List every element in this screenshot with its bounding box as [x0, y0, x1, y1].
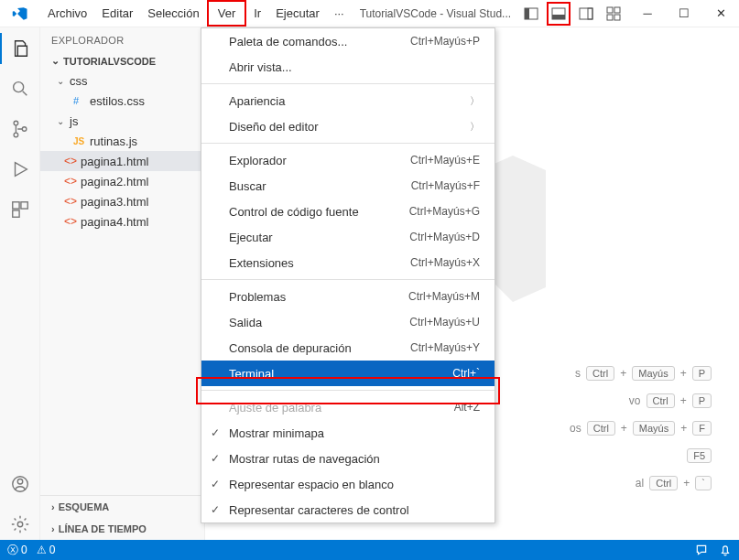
status-errors[interactable]: ⓧ0: [7, 543, 27, 558]
menu-item-espacio[interactable]: ✓Representar espacio en blanco: [201, 471, 494, 497]
svg-rect-7: [614, 7, 620, 13]
activity-settings-icon[interactable]: [0, 509, 40, 540]
hint-5: alCtrl+`: [570, 476, 712, 490]
menu-item-buscar[interactable]: BuscarCtrl+Mayús+F: [201, 173, 494, 199]
menu-item-caracteres[interactable]: ✓Representar caracteres de control: [201, 497, 494, 522]
activity-search-icon[interactable]: [0, 73, 40, 104]
file-estilos-css[interactable]: #estilos.css: [40, 91, 204, 111]
window-controls: ─ ☐ ✕: [629, 0, 739, 27]
status-bell-icon[interactable]: [719, 544, 732, 556]
file-label: pagina4.html: [81, 215, 148, 229]
maximize-button[interactable]: ☐: [666, 0, 702, 27]
file-label: rutinas.js: [90, 135, 137, 148]
menu-item-ajuste-palabra[interactable]: Ajuste de palabraAlt+Z: [201, 394, 494, 420]
folder-label: js: [70, 114, 78, 128]
file-rutinas-js[interactable]: JSrutinas.js: [40, 131, 204, 151]
activity-extensions-icon[interactable]: [0, 194, 40, 225]
folder-css[interactable]: ⌄css: [40, 70, 204, 91]
sidebar-bottom: ›ESQUEMA ›LÍNEA DE TIEMPO: [40, 495, 204, 540]
menu-item-control-codigo[interactable]: Control de código fuenteCtrl+Mayús+G: [201, 199, 494, 224]
svg-point-10: [13, 82, 23, 92]
menu-item-terminal[interactable]: TerminalCtrl+`: [201, 361, 494, 386]
layout-sidebar-left-icon[interactable]: [519, 2, 543, 26]
ver-dropdown-menu: Paleta de comandos...Ctrl+Mayús+P Abrir …: [201, 27, 495, 523]
menu-item-minimapa[interactable]: ✓Mostrar minimapa: [201, 420, 494, 446]
menu-item-ejecutar[interactable]: EjecutarCtrl+Mayús+D: [201, 224, 494, 250]
window-title: TutorialVSCode - Visual Stud...: [352, 7, 519, 20]
svg-rect-8: [607, 15, 613, 20]
menu-bar: Archivo Editar Selección Ver Ir Ejecutar…: [40, 0, 352, 27]
svg-line-11: [22, 92, 27, 96]
menu-item-paleta[interactable]: Paleta de comandos...Ctrl+Mayús+P: [201, 28, 494, 54]
menu-seleccion[interactable]: Selección: [140, 0, 206, 27]
layout-sidebar-right-icon[interactable]: [574, 2, 598, 26]
menu-ver[interactable]: Ver: [207, 0, 247, 27]
outline-section[interactable]: ›ESQUEMA: [40, 496, 204, 518]
activity-explorer-icon[interactable]: [0, 33, 40, 64]
menu-item-apariencia[interactable]: Apariencia〉: [201, 88, 494, 113]
svg-point-20: [17, 522, 23, 527]
svg-rect-9: [614, 15, 620, 20]
svg-rect-5: [588, 8, 592, 19]
menu-item-problemas[interactable]: ProblemasCtrl+Mayús+M: [201, 284, 494, 309]
explorer-sidebar: EXPLORADOR ⌄TUTORIALVSCODE ⌄css #estilos…: [40, 27, 205, 540]
file-label: pagina1.html: [81, 155, 148, 168]
menu-item-extensiones[interactable]: ExtensionesCtrl+Mayús+X: [201, 250, 494, 275]
file-pagina1-html[interactable]: <>pagina1.html: [40, 151, 204, 171]
hint-3: osCtrl+Mayús+F: [570, 421, 712, 436]
svg-point-12: [14, 121, 18, 125]
hint-1: sCtrl+Mayús+P: [570, 366, 712, 381]
svg-rect-6: [607, 7, 613, 13]
svg-point-13: [14, 133, 18, 137]
file-pagina2-html[interactable]: <>pagina2.html: [40, 171, 204, 191]
menu-item-consola[interactable]: Consola de depuraciónCtrl+Mayús+Y: [201, 335, 494, 361]
customize-layout-icon[interactable]: [602, 2, 625, 26]
menu-item-salida[interactable]: SalidaCtrl+Mayús+U: [201, 309, 494, 335]
menu-ir[interactable]: Ir: [246, 0, 268, 27]
file-pagina4-html[interactable]: <>pagina4.html: [40, 211, 204, 232]
menu-item-explorador[interactable]: ExploradorCtrl+Mayús+E: [201, 147, 494, 173]
file-label: estilos.css: [90, 94, 145, 108]
explorer-title: EXPLORADOR: [40, 27, 204, 51]
menu-item-rutas[interactable]: ✓Mostrar rutas de navegación: [201, 446, 494, 471]
status-bar: ⓧ0 ⚠0: [0, 540, 739, 560]
file-label: pagina3.html: [81, 195, 148, 209]
svg-point-14: [22, 127, 27, 132]
project-name: TUTORIALVSCODE: [63, 56, 156, 67]
activity-source-control-icon[interactable]: [0, 113, 40, 145]
status-warnings[interactable]: ⚠0: [37, 544, 56, 556]
activity-bar: [0, 27, 40, 540]
menu-item-diseno[interactable]: Diseño del editor〉: [201, 113, 494, 139]
menu-ejecutar[interactable]: Ejecutar: [268, 0, 327, 27]
activity-account-icon[interactable]: [0, 468, 40, 500]
file-label: pagina2.html: [81, 175, 148, 188]
hint-4: F5: [570, 448, 712, 463]
file-pagina3-html[interactable]: <>pagina3.html: [40, 191, 204, 211]
activity-run-icon[interactable]: [0, 154, 40, 185]
title-bar: Archivo Editar Selección Ver Ir Ejecutar…: [0, 0, 739, 27]
folder-label: css: [70, 74, 88, 88]
timeline-section[interactable]: ›LÍNEA DE TIEMPO: [40, 518, 204, 540]
project-header[interactable]: ⌄TUTORIALVSCODE: [40, 51, 204, 70]
section-label: LÍNEA DE TIEMPO: [59, 523, 147, 534]
menu-item-abrir-vista[interactable]: Abrir vista...: [201, 54, 494, 80]
layout-controls: [519, 2, 629, 26]
svg-point-19: [17, 479, 23, 485]
menu-editar[interactable]: Editar: [94, 0, 140, 27]
error-icon: ⓧ: [7, 543, 18, 558]
minimize-button[interactable]: ─: [629, 0, 666, 27]
close-button[interactable]: ✕: [702, 0, 739, 27]
svg-rect-16: [20, 202, 27, 209]
svg-rect-15: [12, 202, 18, 209]
layout-panel-bottom-icon[interactable]: [547, 2, 571, 26]
welcome-hints: sCtrl+Mayús+P voCtrl+P osCtrl+Mayús+F F5…: [570, 366, 712, 490]
section-label: ESQUEMA: [59, 501, 110, 512]
svg-rect-3: [552, 15, 565, 19]
folder-js[interactable]: ⌄js: [40, 111, 204, 131]
menu-archivo[interactable]: Archivo: [40, 0, 94, 27]
file-tree: ⌄css #estilos.css ⌄js JSrutinas.js <>pag…: [40, 70, 204, 232]
svg-rect-17: [12, 210, 18, 217]
vscode-logo-icon: [0, 5, 40, 22]
menu-more[interactable]: ···: [327, 0, 352, 27]
status-feedback-icon[interactable]: [695, 544, 708, 556]
